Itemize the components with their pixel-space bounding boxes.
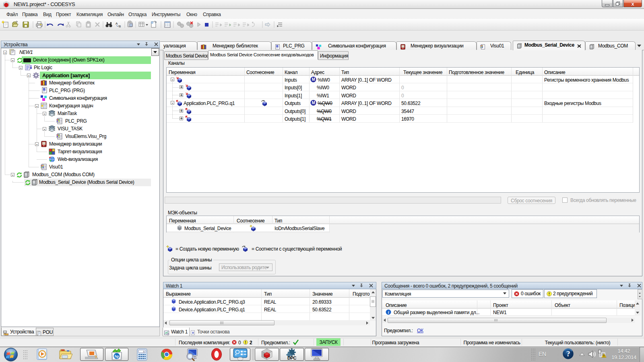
svg-text:M: M: [312, 77, 315, 82]
svg-text:A: A: [116, 22, 118, 25]
svg-text:DPC: DPC: [287, 356, 297, 360]
svg-text:M: M: [312, 101, 315, 105]
svg-text:hp: hp: [115, 354, 119, 358]
svg-text:?: ?: [566, 350, 570, 358]
svg-text:B: B: [119, 25, 121, 28]
